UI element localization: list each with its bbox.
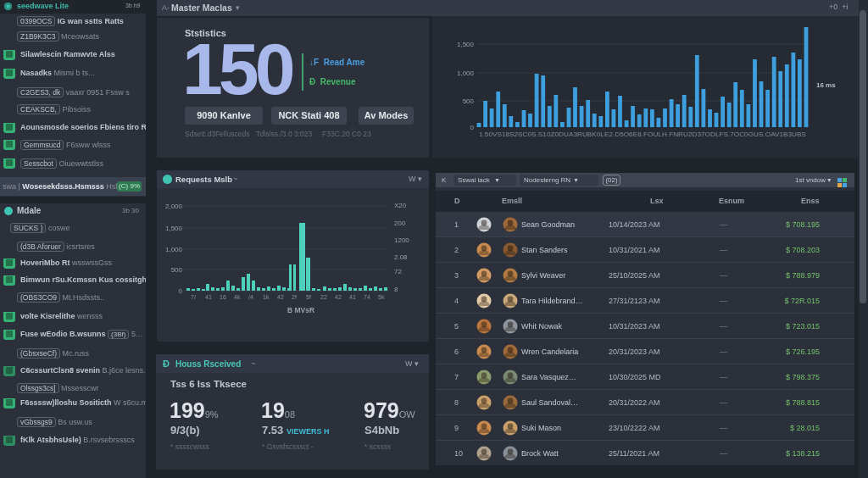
svg-text:1200: 1200 xyxy=(394,236,409,244)
svg-text:41: 41 xyxy=(349,294,356,300)
svg-text:4k: 4k xyxy=(234,294,241,300)
svg-text:42: 42 xyxy=(277,294,284,300)
svg-text:/4: /4 xyxy=(248,294,253,300)
svg-text:8: 8 xyxy=(394,286,398,293)
svg-text:1,500: 1,500 xyxy=(165,225,183,232)
svg-text:41: 41 xyxy=(205,294,212,300)
svg-text:2f: 2f xyxy=(292,294,297,300)
svg-text:7/: 7/ xyxy=(191,294,196,300)
svg-text:42: 42 xyxy=(335,294,342,300)
svg-text:74: 74 xyxy=(364,294,370,300)
svg-text:1,000: 1,000 xyxy=(165,246,183,253)
svg-text:0: 0 xyxy=(179,287,183,295)
svg-text:72: 72 xyxy=(394,268,402,275)
svg-text:0: 0 xyxy=(470,124,475,131)
svg-text:1k: 1k xyxy=(263,294,270,300)
svg-text:500: 500 xyxy=(171,266,183,274)
svg-text:500: 500 xyxy=(463,97,475,105)
svg-text:X20: X20 xyxy=(394,202,407,209)
svg-text:5f: 5f xyxy=(306,294,311,300)
svg-text:1.50VS18S2SC0S.S10Z0DUA3RUBK0L: 1.50VS18S2SC0S.S10Z0DUA3RUBK0LE2.D5O6E8.… xyxy=(479,131,807,137)
svg-text:2,000: 2,000 xyxy=(165,203,183,210)
svg-text:2.08: 2.08 xyxy=(394,253,408,261)
svg-text:200: 200 xyxy=(394,220,406,227)
svg-text:16: 16 xyxy=(220,294,226,300)
svg-text:5k: 5k xyxy=(378,294,385,300)
svg-text:1,500: 1,500 xyxy=(457,41,475,48)
svg-text:B MVsR: B MVsR xyxy=(287,306,314,314)
svg-text:1,000: 1,000 xyxy=(457,69,475,77)
svg-text:22: 22 xyxy=(320,294,327,300)
